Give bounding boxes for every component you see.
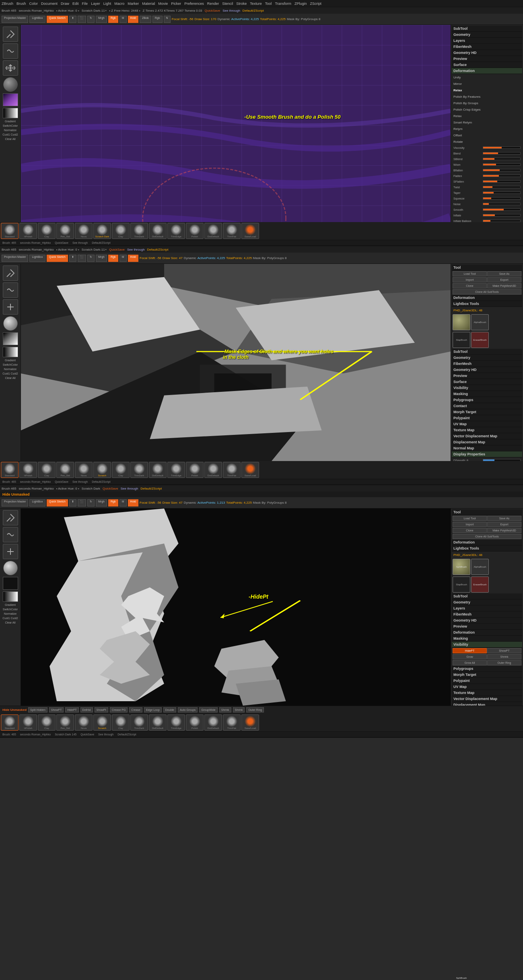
rp3-preview-title[interactable]: Preview [452, 624, 522, 630]
s2-clearall-label[interactable]: Clear All [5, 377, 15, 379]
rp2-subtool-title[interactable]: SubTool [452, 349, 522, 355]
s3-cust1-label[interactable]: Cust1 Cust2 [2, 617, 18, 620]
menu-marker[interactable]: Marker [128, 2, 139, 6]
rp3-geohd-title[interactable]: Geometry HD [452, 618, 522, 624]
menu-material[interactable]: Material [142, 2, 155, 6]
rp3-fibermesh-title[interactable]: FiberMesh [452, 611, 522, 618]
rp1-smart-relym[interactable]: Smart Relym [452, 119, 522, 126]
rp1-wism-slider[interactable]: Wism [452, 162, 522, 167]
bp-scratch-dark[interactable]: Scratch Dark [93, 223, 111, 239]
rp1-inflate-balloon-slider[interactable]: Inflate Balloon [452, 218, 522, 222]
s1-rgb2[interactable]: Rgb [152, 16, 163, 23]
s2-material-sphere[interactable] [3, 316, 18, 331]
s2-gradient-swatch[interactable] [3, 347, 18, 357]
s3-hold[interactable]: Hold [128, 499, 138, 506]
rp3-outer-btn[interactable]: Outer Ring [487, 660, 521, 665]
s3-crease-pg-btn[interactable]: Crease PG [110, 707, 128, 712]
s1-scale[interactable]: ⬛ [78, 16, 86, 23]
rp3-uvmap-title[interactable]: UV Map [452, 684, 522, 690]
rp3-subtool-title[interactable]: SubTool [452, 593, 522, 599]
s3-showpt-btn[interactable]: ShowPT [49, 707, 64, 712]
rp3-grow-btn[interactable]: Grow [453, 654, 487, 659]
bp-trim-flat[interactable]: TrimFlat [223, 223, 241, 239]
rp2-visibility-title[interactable]: Visibility [452, 385, 522, 391]
s2-bp-del-default[interactable]: DelDefault [149, 462, 167, 478]
s2-bp-standard[interactable]: Standard [1, 462, 19, 478]
rp2-export[interactable]: Export [487, 277, 521, 282]
s2-bp-dot-default[interactable]: DotDefault [204, 462, 222, 478]
s2-bp-trim-dark[interactable]: TrimDark [130, 462, 148, 478]
s3-gradient-swatch[interactable] [3, 591, 18, 602]
rp2-morph-title[interactable]: Morph Target [452, 409, 522, 415]
s2-cust1-label[interactable]: Cust1 Cust2 [2, 372, 18, 375]
s3-switchcolor-label[interactable]: SwitchColor [3, 608, 18, 611]
rp2-surface-title[interactable]: Surface [452, 379, 522, 385]
rp2-thumb-slap[interactable]: SlapBrush [453, 332, 470, 348]
s3-bp-clay[interactable]: Clay [38, 714, 56, 731]
rp3-deformation-title[interactable]: Deformation [452, 539, 522, 546]
tool-draw[interactable] [3, 27, 18, 42]
rp3-dispmap-title[interactable]: Displacement Map [452, 702, 522, 706]
rp3-polypaint-title[interactable]: Polypaint [452, 678, 522, 684]
normalize-label[interactable]: Normalize [4, 129, 17, 132]
s2-scale[interactable]: ⬛ [78, 255, 86, 262]
menu-picker[interactable]: Picker [171, 2, 181, 6]
s3-delhid-btn[interactable]: DelHid [80, 707, 93, 712]
rp1-geometryhd-title[interactable]: Geometry HD [452, 50, 522, 56]
rp1-rotate[interactable]: Rotate [452, 138, 522, 145]
menu-file[interactable]: File [82, 2, 88, 6]
rp3-thumb-eraser[interactable]: EraserBrush [471, 576, 489, 593]
rp3-thumb-slap[interactable]: SlapBrush [453, 576, 470, 593]
s1-lightbox[interactable]: LightBox [29, 16, 45, 23]
s2-bp-nova[interactable]: Nova [75, 462, 93, 478]
s3-sketch-btn[interactable]: Quick Sketch [47, 499, 68, 506]
menu-macro[interactable]: Macro [114, 2, 124, 6]
s2-switchcolor-label[interactable]: SwitchColor [3, 363, 18, 366]
rp3-texmap-title[interactable]: Texture Map [452, 690, 522, 696]
rp3-masking-title[interactable]: Masking [452, 636, 522, 642]
rp1-surface-title[interactable]: Surface [452, 62, 522, 68]
menu-stroke[interactable]: Stroke [236, 2, 247, 6]
menu-zscript[interactable]: ZScript [310, 2, 322, 6]
rp2-masking-title[interactable]: Masking [452, 391, 522, 397]
s3-move[interactable]: ⬆ [69, 499, 76, 506]
s3-outer-ring-btn[interactable]: Outer Ring [246, 707, 264, 712]
clearall-label[interactable]: Clear All [5, 138, 15, 140]
rp3-import[interactable]: Import [453, 522, 487, 527]
section3-viewport[interactable]: -HidePt [21, 509, 451, 706]
s3-defaultzscript[interactable]: Default/ZScript [140, 487, 162, 490]
rp1-fibermesh-title[interactable]: FiberMesh [452, 44, 522, 50]
bp-trimedge[interactable]: TrimEdge [167, 223, 185, 239]
rp1-sflatten-slider[interactable]: SFlatten [452, 179, 522, 184]
rp1-offset[interactable]: Offset [452, 132, 522, 138]
s2-mrgh[interactable]: Mrgh [96, 255, 107, 262]
rp3-geometry-title[interactable]: Geometry [452, 599, 522, 605]
rp3-showpt-btn[interactable]: ShowPT [487, 648, 521, 653]
rp1-viscosity-slider[interactable]: Viscosity [452, 145, 522, 150]
rp3-lightbox-title[interactable]: Lightbox Tools [452, 546, 522, 552]
s2-bp-trim-edge[interactable]: TrimEdge [167, 462, 185, 478]
s3-projection[interactable]: Projection Master [2, 499, 28, 506]
rp2-thumb-sphere[interactable]: SphBrush [453, 314, 470, 330]
s2-bp-clay[interactable]: Clay [38, 462, 56, 478]
rp1-relax-bold[interactable]: Relax [452, 87, 522, 93]
bp-clay[interactable]: Clay [38, 223, 56, 239]
s2-bp-save-load[interactable]: Save/Load [241, 462, 259, 478]
bp-del-default[interactable]: DelDefault [149, 223, 167, 239]
menu-light[interactable]: Light [103, 2, 111, 6]
menu-layer[interactable]: Layer [91, 2, 100, 6]
s2-tool-smooth[interactable] [3, 282, 18, 298]
s3-normalize-label[interactable]: Normalize [4, 612, 17, 615]
s3-scale[interactable]: ⬛ [78, 499, 86, 506]
s2-projection[interactable]: Projection Master [2, 255, 28, 262]
s2-defaultzscript[interactable]: Default/ZScript [147, 248, 169, 251]
s2-bp-scratch-dark[interactable]: Scratch [93, 462, 111, 478]
s3-bp-polish[interactable]: Polish [186, 714, 204, 731]
rp1-subtool-title[interactable]: SubTool [452, 26, 522, 32]
rp1-preview-title[interactable]: Preview [452, 56, 522, 62]
s1-defaultzscript[interactable]: Default/ZScript [243, 9, 264, 12]
s2-tool-draw[interactable] [3, 266, 18, 281]
s3-quicksave[interactable]: QuickSave [103, 487, 118, 490]
s2-normalize-label[interactable]: Normalize [4, 368, 17, 371]
s1-rgb[interactable]: Rgb [108, 16, 118, 23]
